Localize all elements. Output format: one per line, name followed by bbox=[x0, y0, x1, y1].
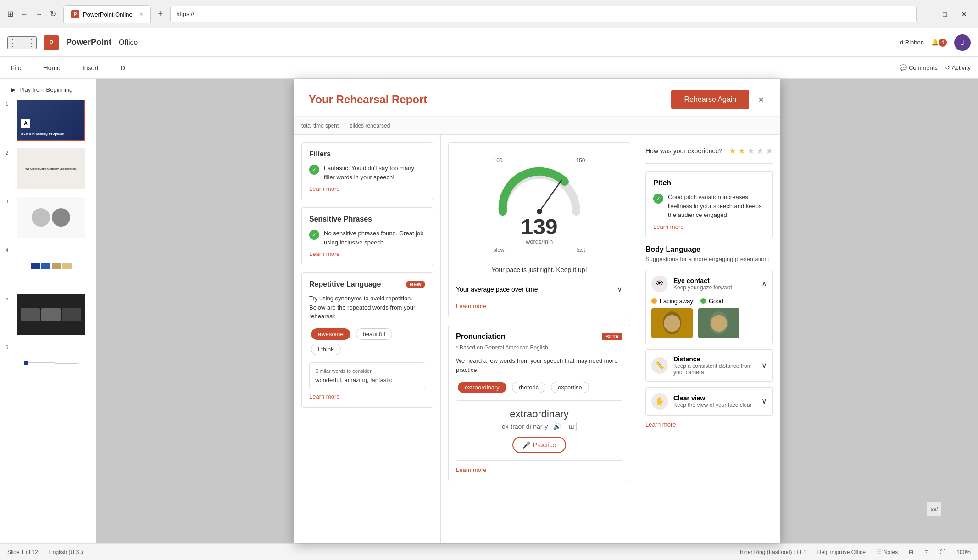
slide-item-4[interactable]: 4 bbox=[4, 243, 92, 289]
slide-num-2: 2 bbox=[6, 150, 13, 155]
address-bar[interactable] bbox=[170, 6, 916, 22]
sensitive-section: Sensitive Phrases ✓ No sensitive phrases… bbox=[301, 207, 433, 265]
body-lang-learn-more[interactable]: Learn more bbox=[645, 421, 773, 428]
notes-btn[interactable]: ☰ Notes bbox=[877, 549, 898, 555]
close-btn[interactable]: ✕ bbox=[956, 9, 972, 20]
pron-header: Pronunciation BETA bbox=[456, 333, 622, 341]
play-from-beginning-btn[interactable]: ▶ Play from Beginning bbox=[4, 83, 92, 97]
distance-toggle-icon: ∨ bbox=[761, 361, 767, 370]
beta-badge: BETA bbox=[602, 333, 622, 340]
tag-beautiful[interactable]: beautiful bbox=[356, 328, 392, 340]
info-icon[interactable]: ⊞ bbox=[567, 422, 577, 431]
pron-title: Pronunciation bbox=[456, 333, 506, 341]
notification-btn[interactable]: 🔔 bbox=[931, 39, 939, 46]
fullscreen-btn[interactable]: ⛶ bbox=[940, 549, 945, 555]
refresh-btn[interactable]: ↻ bbox=[48, 8, 58, 20]
pron-message: We heard a few words from your speech th… bbox=[456, 356, 622, 374]
practice-btn[interactable]: 🎤 Practice bbox=[512, 437, 567, 453]
speaker-icon[interactable]: 🔊 bbox=[553, 423, 561, 430]
repetitive-learn-more[interactable]: Learn more bbox=[309, 393, 425, 400]
window-controls: — □ ✕ bbox=[917, 9, 972, 20]
how-was-experience: How was your experience? ★ ★ ★ ★ ★ bbox=[645, 142, 773, 164]
header-right: d Ribbon 🔔 4 U bbox=[900, 34, 971, 51]
minimize-btn[interactable]: — bbox=[917, 9, 934, 20]
slide-thumb-2[interactable]: We Create Extra Ordinary Experiences. bbox=[17, 148, 85, 189]
pitch-learn-more[interactable]: Learn more bbox=[653, 223, 765, 230]
pitch-title: Pitch bbox=[653, 179, 765, 187]
tag-awesome[interactable]: awesome bbox=[311, 328, 350, 340]
star-5[interactable]: ★ bbox=[766, 146, 773, 156]
ribbon-toggle-btn[interactable]: d Ribbon bbox=[900, 39, 924, 46]
activity-btn[interactable]: ↺ Activity bbox=[945, 64, 971, 71]
new-tab-btn[interactable]: + bbox=[155, 7, 167, 21]
browser-chrome: ⊞ ← → ↻ P PowerPoint Online × + — □ ✕ bbox=[0, 0, 978, 28]
star-rating[interactable]: ★ ★ ★ ★ ★ bbox=[729, 146, 773, 156]
word-tag-expertise[interactable]: expertise bbox=[551, 382, 589, 393]
slide-item-5[interactable]: 5 bbox=[4, 291, 92, 338]
how-exp-label: How was your experience? bbox=[645, 147, 722, 155]
app-grid-btn[interactable]: ⋮⋮⋮ bbox=[7, 36, 37, 49]
eye-images bbox=[651, 308, 767, 338]
ribbon-tab-design[interactable]: D bbox=[117, 62, 129, 73]
clear-view-header[interactable]: ✋ Clear view Keep the view of your face … bbox=[646, 388, 772, 415]
star-4[interactable]: ★ bbox=[756, 146, 764, 156]
pronunciation-section: Pronunciation BETA * Based on General Am… bbox=[448, 325, 630, 481]
office-label: Office bbox=[119, 39, 138, 47]
slide-thumb-3[interactable] bbox=[17, 197, 85, 238]
notif-badge: 4 bbox=[939, 39, 947, 47]
forward-btn[interactable]: → bbox=[33, 8, 44, 20]
eye-contact-header[interactable]: 👁 Eye contact Keep your gaze forward ∧ bbox=[646, 270, 772, 298]
restore-btn[interactable]: □ bbox=[938, 9, 952, 20]
star-3[interactable]: ★ bbox=[747, 146, 755, 156]
tab-bar: P PowerPoint Online × + bbox=[63, 5, 167, 23]
slide-item-2[interactable]: 2 We Create Extra Ordinary Experiences. bbox=[4, 145, 92, 192]
active-tab[interactable]: P PowerPoint Online × bbox=[63, 5, 151, 23]
pace-learn-more[interactable]: Learn more bbox=[456, 297, 622, 310]
tab-close-btn[interactable]: × bbox=[140, 11, 143, 17]
rehearse-again-btn[interactable]: Rehearse Again bbox=[671, 90, 749, 109]
user-avatar[interactable]: U bbox=[954, 34, 971, 51]
clear-view-title: Clear view bbox=[673, 394, 761, 402]
star-1[interactable]: ★ bbox=[729, 146, 736, 156]
fit-width-btn[interactable]: ⊡ bbox=[924, 549, 929, 555]
modal-close-btn[interactable]: × bbox=[756, 93, 766, 107]
help-improve-btn[interactable]: Help improve Office bbox=[817, 549, 866, 555]
ribbon-tab-insert[interactable]: Insert bbox=[79, 62, 102, 73]
modal-center: 100 150 bbox=[441, 135, 638, 543]
slide-item-6[interactable]: 6 bbox=[4, 340, 92, 387]
eye-contact-icon: 👁 bbox=[651, 276, 668, 292]
pronunciation-learn-more[interactable]: Learn more bbox=[456, 466, 622, 473]
distance-header[interactable]: 📏 Distance Keep a consistent distance fr… bbox=[646, 350, 772, 381]
fit-slide-btn[interactable]: ⊞ bbox=[909, 549, 913, 555]
word-tag-extraordinary[interactable]: extraordinary bbox=[458, 382, 506, 393]
pron-based: * Based on General American English. bbox=[456, 344, 622, 351]
repetitive-title: Repetitive Language bbox=[309, 280, 381, 288]
clear-view-toggle-icon: ∨ bbox=[761, 397, 767, 405]
slide-num-1: 1 bbox=[6, 101, 13, 107]
back-btn[interactable]: ← bbox=[19, 8, 30, 20]
sensitive-learn-more[interactable]: Learn more bbox=[309, 250, 425, 257]
summary-row: total time spent slides rehearsed bbox=[294, 117, 780, 135]
slide-thumb-5[interactable] bbox=[17, 294, 85, 335]
word-main: extraordinary bbox=[464, 408, 615, 420]
speed-labels: 100 150 bbox=[494, 157, 585, 164]
slide-thumb-1[interactable]: A Event Planning Proposal bbox=[17, 100, 85, 141]
tab-grid-btn[interactable]: ⊞ bbox=[6, 8, 15, 20]
distance-icon: 📏 bbox=[651, 357, 668, 374]
slide-item-3[interactable]: 3 bbox=[4, 194, 92, 241]
word-tag-rhetoric[interactable]: rhetoric bbox=[512, 382, 545, 393]
slide-thumb-4[interactable] bbox=[17, 245, 85, 287]
synonyms-box: Similar words to consider wonderful, ama… bbox=[309, 362, 425, 389]
comments-btn[interactable]: 💬 Comments bbox=[900, 64, 938, 71]
fillers-learn-more[interactable]: Learn more bbox=[309, 185, 425, 192]
slide-item-1[interactable]: 1 A Event Planning Proposal bbox=[4, 97, 92, 144]
avg-pace-row[interactable]: Your average pace over time ∨ bbox=[456, 279, 622, 294]
ribbon-tab-file[interactable]: File bbox=[7, 62, 25, 73]
slide-thumb-6[interactable] bbox=[17, 343, 85, 384]
distance-item: 📏 Distance Keep a consistent distance fr… bbox=[645, 349, 773, 382]
svg-line-0 bbox=[539, 180, 561, 211]
star-2[interactable]: ★ bbox=[738, 146, 745, 156]
pace-section: 100 150 bbox=[448, 142, 630, 317]
ribbon-tab-home[interactable]: Home bbox=[40, 62, 64, 73]
tag-ithink[interactable]: I think bbox=[311, 344, 341, 355]
